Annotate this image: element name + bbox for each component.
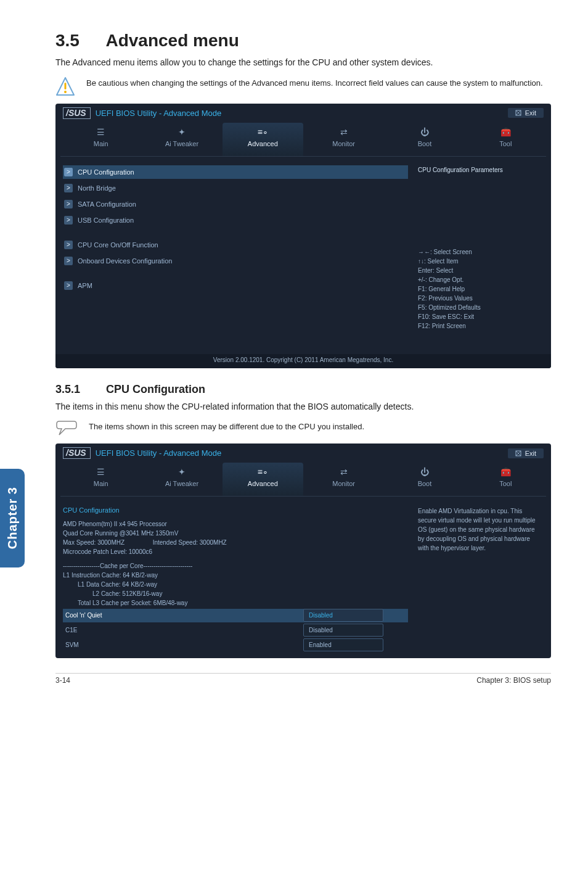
cache-line: L1 Data Cache: 64 KB/2-way <box>63 580 408 589</box>
bios-version: Version 2.00.1201. Copyright (C) 2011 Am… <box>55 354 551 368</box>
chevron-right-icon: > <box>64 257 73 265</box>
exit-icon <box>515 110 521 116</box>
exit-button[interactable]: Exit <box>508 448 544 458</box>
bios-tabs: ☰ Main ✦ Ai Tweaker ≡∘ Advanced ⇄ Monito… <box>60 463 546 497</box>
tab-tool-label: Tool <box>465 480 546 487</box>
tab-adv-label: Advanced <box>223 480 303 487</box>
chevron-right-icon: > <box>64 168 73 176</box>
subsection-title: CPU Configuration <box>106 383 205 395</box>
help-title: CPU Configuration Parameters <box>418 167 540 173</box>
note-icon <box>55 420 78 436</box>
tab-advanced[interactable]: ≡∘ Advanced <box>223 463 303 496</box>
help-key: F10: Save ESC: Exit <box>418 312 540 321</box>
cache-header: ------------------Cache per Core--------… <box>63 561 408 571</box>
tab-tool[interactable]: 🧰 Tool <box>465 463 546 496</box>
chevron-right-icon: > <box>64 241 73 249</box>
menu-apm[interactable]: > APM <box>63 279 408 292</box>
help-key: F2: Previous Values <box>418 294 540 303</box>
tab-tool[interactable]: 🧰 Tool <box>465 123 546 156</box>
cpu-info-line: AMD Phenom(tm) II x4 945 Processor <box>63 519 408 529</box>
menu-onboard-devices[interactable]: > Onboard Devices Configuration <box>63 254 408 268</box>
bios-help-panel: CPU Configuration Parameters →←: Select … <box>414 165 544 348</box>
bios-logo: /SUS <box>63 107 91 119</box>
bios-header: /SUS UEFI BIOS Utility - Advanced Mode E… <box>55 104 551 120</box>
exit-label: Exit <box>525 109 536 117</box>
menu-sata-configuration[interactable]: > SATA Configuration <box>63 197 408 211</box>
bios-menu-list: > CPU Configuration > North Bridge > SAT… <box>63 165 408 348</box>
section-heading: 3.5 Advanced menu <box>55 31 551 51</box>
section-number: 3.5 <box>55 31 80 50</box>
cpu-info-line: Max Speed: 3000MHZ Intended Speed: 3000M… <box>63 538 408 547</box>
row-value[interactable]: Disabled <box>303 624 383 637</box>
chapter-side-tab: Chapter 3 <box>0 469 25 567</box>
menu-usb-configuration[interactable]: > USB Configuration <box>63 213 408 227</box>
row-label: C1E <box>63 625 303 635</box>
bios-screenshot-cpu-config: /SUS UEFI BIOS Utility - Advanced Mode E… <box>55 444 551 658</box>
chip-icon: ≡∘ <box>223 126 303 138</box>
cache-line: L2 Cache: 512KB/16-way <box>63 589 408 598</box>
bios-tabs: ☰ Main ✦ Ai Tweaker ≡∘ Advanced ⇄ Monito… <box>60 123 546 157</box>
caution-callout: Be cautious when changing the settings o… <box>55 76 551 96</box>
row-cool-n-quiet[interactable]: Cool 'n' Quiet Disabled <box>63 609 408 622</box>
list-icon: ☰ <box>60 466 141 477</box>
bios-header: /SUS UEFI BIOS Utility - Advanced Mode E… <box>55 444 551 460</box>
tab-ai-tweaker[interactable]: ✦ Ai Tweaker <box>141 123 222 156</box>
tool-icon: 🧰 <box>465 126 546 138</box>
cache-line: Total L3 Cache per Socket: 6MB/48-way <box>63 598 408 608</box>
chapter-label: Chapter 3: BIOS setup <box>476 676 551 685</box>
cache-line: L1 Instruction Cache: 64 KB/2-way <box>63 571 408 580</box>
tool-icon: 🧰 <box>465 466 546 477</box>
row-value[interactable]: Disabled <box>303 609 383 622</box>
help-key: Enter: Select <box>418 266 540 275</box>
chevron-right-icon: > <box>64 184 73 192</box>
menu-cpu-configuration[interactable]: > CPU Configuration <box>63 165 408 179</box>
menu-label: CPU Core On/Off Function <box>78 241 158 249</box>
chapter-side-label: Chapter 3 <box>6 487 20 549</box>
row-c1e[interactable]: C1E Disabled <box>63 624 408 637</box>
help-keys: →←: Select Screen ↑↓: Select Item Enter:… <box>418 247 540 331</box>
help-key: F5: Optimized Defaults <box>418 303 540 312</box>
menu-label: SATA Configuration <box>78 200 136 208</box>
row-svm[interactable]: SVM Enabled <box>63 638 408 652</box>
section-intro: The Advanced menu items allow you to cha… <box>55 57 551 69</box>
power-icon: ⏻ <box>384 466 465 477</box>
menu-north-bridge[interactable]: > North Bridge <box>63 181 408 195</box>
tab-boot[interactable]: ⏻ Boot <box>384 123 465 156</box>
tab-main[interactable]: ☰ Main <box>60 463 141 496</box>
exit-button[interactable]: Exit <box>508 108 544 118</box>
tab-boot-label: Boot <box>384 140 465 147</box>
tab-monitor[interactable]: ⇄ Monitor <box>303 123 384 156</box>
row-value[interactable]: Enabled <box>303 638 383 651</box>
caution-text: Be cautious when changing the settings o… <box>86 76 543 89</box>
tab-monitor[interactable]: ⇄ Monitor <box>303 463 384 496</box>
menu-label: APM <box>78 282 92 289</box>
tab-boot[interactable]: ⏻ Boot <box>384 463 465 496</box>
help-key: +/-: Change Opt. <box>418 275 540 284</box>
menu-label: Onboard Devices Configuration <box>78 257 172 265</box>
menu-label: USB Configuration <box>78 217 134 224</box>
help-key: ↑↓: Select Item <box>418 257 540 266</box>
tab-mon-label: Monitor <box>303 480 384 487</box>
cpu-help-panel: Enable AMD Virtualization in cpu. This s… <box>414 505 544 652</box>
page-number: 3-14 <box>55 676 70 685</box>
tab-ai-tweaker[interactable]: ✦ Ai Tweaker <box>141 463 222 496</box>
tab-advanced[interactable]: ≡∘ Advanced <box>223 123 303 156</box>
menu-label: North Bridge <box>78 184 116 192</box>
bios-logo: /SUS <box>63 447 91 459</box>
menu-cpu-core-onoff[interactable]: > CPU Core On/Off Function <box>63 238 408 252</box>
tweaker-icon: ✦ <box>141 126 222 138</box>
help-key: →←: Select Screen <box>418 247 540 257</box>
tab-main[interactable]: ☰ Main <box>60 123 141 156</box>
subsection-number: 3.5.1 <box>55 383 80 395</box>
list-icon: ☰ <box>60 126 141 138</box>
cpu-help-text: Enable AMD Virtualization in cpu. This s… <box>418 506 540 553</box>
tab-main-label: Main <box>60 480 141 487</box>
tab-tool-label: Tool <box>465 140 546 147</box>
bios-title: UEFI BIOS Utility - Advanced Mode <box>96 448 221 458</box>
subsection-heading: 3.5.1 CPU Configuration <box>55 383 551 396</box>
note-text: The items shown in this screen may be di… <box>89 420 364 432</box>
chip-icon: ≡∘ <box>223 466 303 477</box>
warning-icon <box>55 76 75 96</box>
tab-main-label: Main <box>60 140 141 147</box>
tab-ai-label: Ai Tweaker <box>141 480 222 487</box>
